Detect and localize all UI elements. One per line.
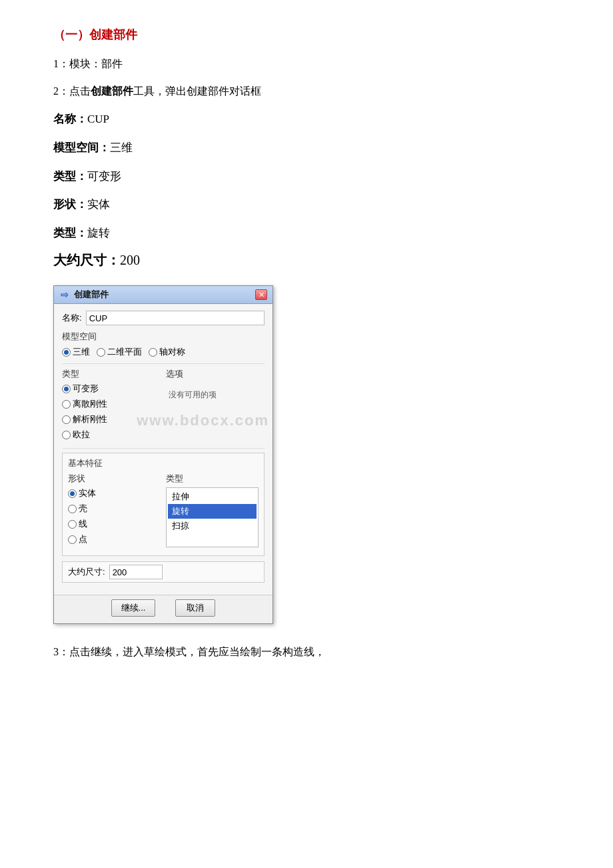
divider2 <box>62 448 265 449</box>
radio-point-dot <box>68 535 77 544</box>
radio-discrete-label: 离散刚性 <box>73 398 107 410</box>
cancel-button[interactable]: 取消 <box>175 599 215 617</box>
radio-wire-label: 线 <box>79 518 87 530</box>
radio-euler[interactable]: 欧拉 <box>62 429 161 441</box>
basic-features-label: 基本特征 <box>68 457 259 469</box>
shape-col: 形状 实体 壳 线 <box>68 473 161 549</box>
dialog-model-space-label: 模型空间 <box>62 331 265 343</box>
no-options-text: 没有可用的项 <box>166 383 265 407</box>
radio-sym-dot <box>149 348 157 357</box>
divider1 <box>62 363 265 364</box>
radio-discrete-dot <box>62 400 71 409</box>
radio-3d-label: 三维 <box>73 346 90 358</box>
field-type2: 类型：旋转 <box>53 223 560 244</box>
dialog-name-input[interactable] <box>86 311 265 325</box>
radio-2d-label: 二维平面 <box>107 346 142 358</box>
dialog-close-button[interactable]: ✕ <box>255 289 267 300</box>
dialog-title-text: 创建部件 <box>74 289 109 301</box>
type2-list: 拉伸 旋转 扫掠 <box>166 487 259 547</box>
dialog-options-header: 选项 <box>166 368 265 380</box>
dialog-size-row: 大约尺寸: <box>62 561 265 583</box>
radio-2d[interactable]: 二维平面 <box>97 346 142 358</box>
dialog-body: www.bdocx.com 名称: 模型空间 三维 二维平面 轴 <box>54 304 273 595</box>
radio-shell[interactable]: 壳 <box>68 503 161 515</box>
dialog-name-row: 名称: <box>62 311 265 325</box>
dialog-radio-group-model-space: 三维 二维平面 轴对称 <box>62 346 265 358</box>
radio-3d-dot <box>62 348 71 357</box>
dialog-type-col: 类型 可变形 离散刚性 解析刚性 欧拉 <box>62 368 161 444</box>
field-name: 名称：CUP <box>53 109 560 130</box>
dialog-size-input[interactable] <box>109 565 163 579</box>
radio-3d[interactable]: 三维 <box>62 346 90 358</box>
type2-col: 类型 拉伸 旋转 扫掠 <box>166 473 259 549</box>
dialog-options-col: 选项 没有可用的项 <box>166 368 265 444</box>
dialog-size-label: 大约尺寸: <box>68 566 105 578</box>
step3-line: 3：点击继续，进入草绘模式，首先应当绘制一条构造线， <box>53 643 560 662</box>
radio-variable-dot <box>62 385 71 393</box>
radio-sym[interactable]: 轴对称 <box>149 346 185 358</box>
section-title: （一）创建部件 <box>53 27 560 43</box>
shape-type-row: 形状 实体 壳 线 <box>68 473 259 549</box>
field-approx-size: 大约尺寸：200 <box>53 251 560 269</box>
radio-solid-label: 实体 <box>79 487 96 499</box>
dialog-footer: 继续... 取消 <box>54 595 273 623</box>
radio-point-label: 点 <box>79 533 87 545</box>
dialog-name-label: 名称: <box>62 312 82 324</box>
radio-wire-dot <box>68 520 77 529</box>
field-shape: 形状：实体 <box>53 195 560 215</box>
type2-item-sweep[interactable]: 扫掠 <box>168 519 257 533</box>
radio-2d-dot <box>97 348 105 357</box>
dialog-titlebar-right: ✕ <box>255 289 267 300</box>
step1-line: 1：模块：部件 <box>53 55 560 73</box>
continue-button[interactable]: 继续... <box>111 599 156 617</box>
dialog-title-icon: ⇨ <box>59 289 70 300</box>
dialog-wrapper: ⇨ 创建部件 ✕ www.bdocx.com 名称: 模型空间 三维 <box>53 285 273 624</box>
radio-analytic[interactable]: 解析刚性 <box>62 413 161 425</box>
radio-discrete[interactable]: 离散刚性 <box>62 398 161 410</box>
type2-item-revolve[interactable]: 旋转 <box>168 504 257 519</box>
radio-sym-label: 轴对称 <box>159 346 185 358</box>
dialog-window: ⇨ 创建部件 ✕ www.bdocx.com 名称: 模型空间 三维 <box>53 285 273 624</box>
radio-wire[interactable]: 线 <box>68 518 161 530</box>
field-type1: 类型：可变形 <box>53 167 560 187</box>
dialog-titlebar: ⇨ 创建部件 ✕ <box>54 286 273 304</box>
type2-col-header: 类型 <box>166 473 259 485</box>
radio-shell-label: 壳 <box>79 503 87 515</box>
radio-shell-dot <box>68 505 77 513</box>
radio-euler-dot <box>62 431 71 439</box>
radio-point[interactable]: 点 <box>68 533 161 545</box>
dialog-type-header: 类型 <box>62 368 161 380</box>
radio-euler-label: 欧拉 <box>73 429 90 441</box>
radio-analytic-dot <box>62 415 71 424</box>
radio-solid-dot <box>68 489 77 498</box>
shape-col-header: 形状 <box>68 473 161 485</box>
type2-item-extrude[interactable]: 拉伸 <box>168 489 257 504</box>
radio-solid[interactable]: 实体 <box>68 487 161 499</box>
dialog-type-options-row: 类型 可变形 离散刚性 解析刚性 欧拉 <box>62 368 265 444</box>
dialog-titlebar-left: ⇨ 创建部件 <box>59 289 109 301</box>
basic-features-section: 基本特征 形状 实体 壳 <box>62 453 265 556</box>
radio-variable[interactable]: 可变形 <box>62 383 161 395</box>
radio-analytic-label: 解析刚性 <box>73 413 107 425</box>
radio-variable-label: 可变形 <box>73 383 99 395</box>
field-model-space: 模型空间：三维 <box>53 138 560 159</box>
step2-line: 2：点击创建部件工具，弹出创建部件对话框 <box>53 82 560 100</box>
